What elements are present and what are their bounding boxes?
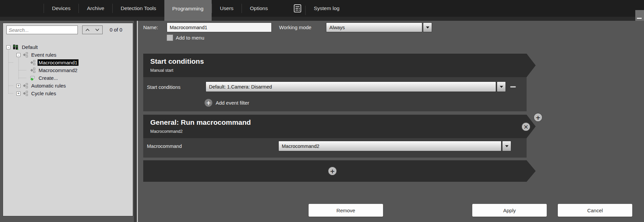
rules-sidebar: 0 of 0 - Default <box>3 23 133 216</box>
section-title: Start conditions <box>150 57 536 65</box>
start-condition-value[interactable]: Default: 1.Camera: Disarmed <box>206 81 496 92</box>
top-navigation: Devices Archive Detection Tools Programm… <box>44 0 347 21</box>
rule-icon <box>22 52 28 58</box>
tree-item-create[interactable]: Create... <box>3 74 133 82</box>
tree-item-label[interactable]: Macrocommand1 <box>38 59 78 66</box>
tree-item-macrocommand2[interactable]: Macrocommand2 <box>3 66 133 74</box>
add-action-icon[interactable]: + <box>534 113 542 122</box>
tree-item-label[interactable]: Default <box>21 44 39 50</box>
close-action-icon[interactable]: ✕ <box>522 122 530 131</box>
rule-icon <box>22 83 28 89</box>
add-section-band <box>143 160 536 182</box>
working-mode-value[interactable]: Always <box>326 22 422 32</box>
macrocommand-field-label: Macrocommand <box>147 144 182 149</box>
remove-condition-icon[interactable] <box>510 86 516 88</box>
collapse-expander-icon[interactable]: - <box>16 53 20 57</box>
name-label: Name: <box>143 24 158 30</box>
add-event-filter-icon[interactable]: + <box>205 99 212 107</box>
search-prev-button[interactable] <box>82 25 93 34</box>
cancel-button[interactable]: Cancel <box>558 204 632 217</box>
tree-item-macrocommand1[interactable]: Macrocommand1 <box>3 59 133 66</box>
macrocommand-editor: Name: Working mode Always Add to menu St… <box>139 21 644 222</box>
tree-item-default[interactable]: - Default <box>3 43 133 51</box>
tree-item-automatic-rules[interactable]: + Automatic rules <box>3 82 133 90</box>
chevron-down-icon[interactable] <box>423 22 432 32</box>
apply-button[interactable]: Apply <box>472 204 547 217</box>
tree-item-label[interactable]: Automatic rules <box>30 82 67 89</box>
search-input[interactable] <box>6 25 78 34</box>
panel-collapse-handle[interactable] <box>635 10 644 21</box>
system-log-link[interactable]: System log <box>306 5 347 11</box>
add-to-menu-checkbox[interactable] <box>167 35 173 41</box>
collapse-expander-icon[interactable]: + <box>16 92 20 96</box>
create-plus-icon <box>30 75 36 81</box>
start-conditions-field-label: Start conditions <box>147 85 180 90</box>
macrocommand-select[interactable]: Macrocommand2 <box>278 141 511 151</box>
rule-icon <box>30 67 36 73</box>
sidebar-gap <box>134 21 137 222</box>
tab-archive[interactable]: Archive <box>79 0 112 17</box>
system-log-icon[interactable] <box>290 0 305 17</box>
section-title: General: Run macrocommand <box>150 118 536 126</box>
tab-options[interactable]: Options <box>242 0 276 17</box>
tree-item-label[interactable]: Event rules <box>30 52 57 58</box>
working-mode-label: Working mode <box>279 24 311 30</box>
start-conditions-header: Start conditions Manual start <box>143 54 536 77</box>
collapse-expander-icon[interactable]: - <box>6 45 10 49</box>
server-icon <box>12 44 19 50</box>
rules-tree: - Default - <box>3 43 133 97</box>
name-input[interactable] <box>167 22 272 32</box>
tab-devices[interactable]: Devices <box>44 0 78 17</box>
macrocommand-value[interactable]: Macrocommand2 <box>278 141 501 151</box>
tree-item-label[interactable]: Macrocommand2 <box>38 67 78 73</box>
start-condition-select[interactable]: Default: 1.Camera: Disarmed <box>206 81 506 92</box>
rule-icon <box>30 60 36 65</box>
add-event-filter-label[interactable]: Add event filter <box>216 100 249 106</box>
collapse-expander-icon[interactable]: + <box>16 84 20 88</box>
section-subtitle: Macrocommand2 <box>150 129 536 134</box>
chevron-down-icon[interactable] <box>502 141 511 151</box>
section-subtitle: Manual start <box>150 68 536 73</box>
working-mode-select[interactable]: Always <box>326 22 432 32</box>
tab-detection-tools[interactable]: Detection Tools <box>113 0 164 17</box>
panel-splitter[interactable] <box>137 21 138 222</box>
run-macrocommand-header: General: Run macrocommand Macrocommand2 <box>143 115 536 138</box>
tree-item-label[interactable]: Cycle rules <box>30 90 57 97</box>
tab-users[interactable]: Users <box>212 0 241 17</box>
rule-icon <box>22 91 28 96</box>
tab-programming[interactable]: Programming <box>164 0 212 21</box>
add-section-icon[interactable]: + <box>328 167 337 175</box>
tree-item-label[interactable]: Create... <box>38 75 59 81</box>
add-to-menu-label[interactable]: Add to menu <box>176 35 204 41</box>
remove-button[interactable]: Remove <box>309 204 383 217</box>
search-match-count: 0 of 0 <box>110 25 122 34</box>
chevron-down-icon[interactable] <box>497 81 506 92</box>
run-macrocommand-body: Macrocommand Macrocommand2 <box>143 138 527 158</box>
tree-item-cycle-rules[interactable]: + Cycle rules <box>3 90 133 97</box>
search-next-button[interactable] <box>92 25 103 34</box>
start-conditions-body: Start conditions Default: 1.Camera: Disa… <box>143 77 527 111</box>
tree-item-event-rules[interactable]: - Event rules <box>3 51 133 59</box>
